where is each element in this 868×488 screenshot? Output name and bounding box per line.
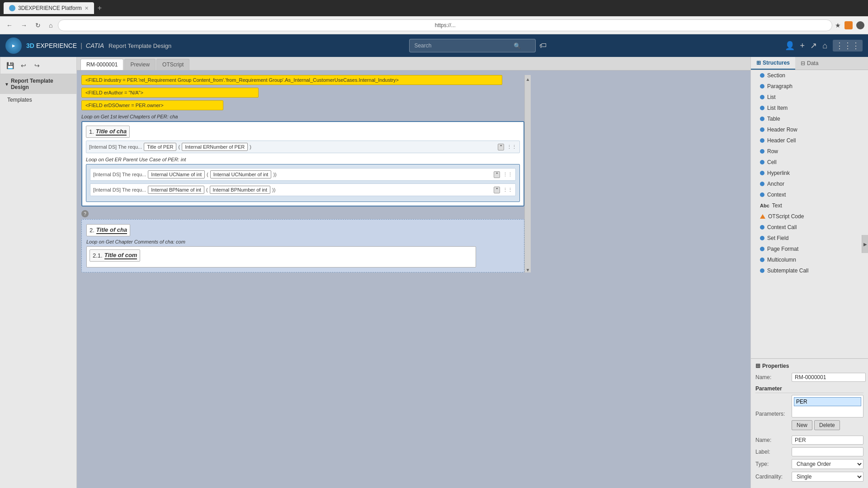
save-button[interactable]: 💾 <box>4 60 16 71</box>
new-tab-button[interactable]: + <box>98 4 102 12</box>
struct-item-anchor[interactable]: Anchor <box>751 178 868 189</box>
cardinality-select[interactable]: Single <box>792 472 863 482</box>
setfield-dot <box>760 236 764 240</box>
more-btn1[interactable]: ⋮⋮ <box>507 144 517 150</box>
refresh-button[interactable]: ↻ <box>33 20 43 31</box>
params-row: Parameters: PER New Delete <box>755 395 863 433</box>
redo-button[interactable]: ↪ <box>31 60 43 71</box>
tab-preview[interactable]: Preview <box>124 59 156 70</box>
panel-collapse-btn[interactable]: ▶ <box>862 235 868 253</box>
cell-dot <box>760 160 764 164</box>
browser-toolbar-icons: ★ <box>835 21 864 29</box>
label-field-input[interactable] <box>792 447 863 456</box>
delete-button[interactable]: Delete <box>814 420 840 430</box>
profile-icon[interactable] <box>856 21 864 29</box>
struct-item-setfield[interactable]: Set Field <box>751 233 868 244</box>
struct-item-text[interactable]: Abc Text <box>751 200 868 211</box>
user-icon[interactable]: 👤 <box>785 41 795 51</box>
tab-structures[interactable]: ⊞ Structures <box>751 57 795 70</box>
canvas-wrapper[interactable]: <FIELD industry = PER.'rel_Requirement G… <box>77 70 750 488</box>
params-container: PER New Delete <box>792 395 863 433</box>
text-label: Text <box>772 202 782 209</box>
struct-item-section[interactable]: Section <box>751 70 868 81</box>
chapter1-box: 1. Title of cha [Internal DS] The requ..… <box>81 121 524 206</box>
search-container: 🔍 <box>409 39 536 52</box>
structure-list: Section Paragraph List List Item Table H… <box>751 70 868 358</box>
home-button[interactable]: ⌂ <box>46 20 55 31</box>
field-dsowner[interactable]: <FIELD erDSOwner = PER.owner> <box>81 100 223 110</box>
struct-item-list[interactable]: List <box>751 92 868 103</box>
field-author[interactable]: <FIELD erAuthor = "N/A"> <box>81 88 259 98</box>
subtemplate-dot <box>760 268 764 273</box>
tab-rm[interactable]: RM-0000001 <box>80 59 123 70</box>
struct-item-cell[interactable]: Cell <box>751 157 868 168</box>
struct-item-hyperlink[interactable]: Hyperlink <box>751 168 868 178</box>
forward-button[interactable]: → <box>18 20 30 31</box>
anchor-label: Anchor <box>767 181 784 187</box>
home-app-icon[interactable]: ⌂ <box>822 41 827 51</box>
tab-otscript[interactable]: OTScript <box>156 59 189 70</box>
struct-item-headercell[interactable]: Header Cell <box>751 135 868 146</box>
sidebar-item-templates[interactable]: Templates <box>0 94 76 106</box>
address-bar[interactable]: https://... <box>58 19 832 31</box>
quote-btn-bp[interactable]: " <box>494 187 500 193</box>
browser-tab-active[interactable]: 3DEXPERIENCE Platform ✕ <box>4 2 94 14</box>
search-input[interactable] <box>414 42 514 49</box>
contextcall-dot <box>760 225 764 230</box>
struct-item-row[interactable]: Row <box>751 146 868 157</box>
field-ucnumber[interactable]: Internal UCNumber of int <box>210 170 272 178</box>
struct-item-context[interactable]: Context <box>751 189 868 200</box>
setfield-label: Set Field <box>767 235 788 241</box>
add-icon[interactable]: + <box>800 41 805 51</box>
app-brand: 3D EXPERIENCE | CATIA <box>26 42 104 49</box>
struct-item-contextcall[interactable]: Context Call <box>751 222 868 233</box>
structures-icon: ⊞ <box>756 60 761 66</box>
quote-btn-uc[interactable]: " <box>494 171 500 178</box>
quote-btn1[interactable]: " <box>498 144 504 150</box>
prop-name-input[interactable] <box>792 373 866 382</box>
scroll-bar-right[interactable]: ▲ ▼ <box>524 75 531 272</box>
back-button[interactable]: ← <box>4 20 15 31</box>
struct-item-multicolumn[interactable]: Multicolumn <box>751 254 868 265</box>
scroll-down-icon[interactable]: ▼ <box>526 267 530 272</box>
name-field-input[interactable] <box>792 436 863 445</box>
extension-icon[interactable] <box>844 21 853 29</box>
struct-item-listitem[interactable]: List Item <box>751 103 868 113</box>
sidebar-header[interactable]: ▼ Report Template Design <box>0 74 76 94</box>
field-ucname[interactable]: Internal UCName of int <box>148 170 205 178</box>
tab-close-btn[interactable]: ✕ <box>85 5 89 11</box>
brand-3d: 3D <box>26 42 34 49</box>
param-item-per[interactable]: PER <box>794 397 861 406</box>
tab-bar: RM-0000001 Preview OTScript <box>77 57 750 70</box>
section-label: Section <box>767 72 785 79</box>
struct-item-subtemplate[interactable]: Subtemplate Call <box>751 265 868 276</box>
struct-item-table[interactable]: Table <box>751 113 868 124</box>
chapter1-num: 1. <box>89 128 94 135</box>
more-btn-uc[interactable]: ⋮⋮ <box>503 172 513 178</box>
field-title-per[interactable]: Title of PER <box>144 143 176 151</box>
share-icon[interactable]: ↗ <box>810 41 817 51</box>
type-select[interactable]: Change Order <box>792 459 863 469</box>
left-sidebar: 💾 ↩ ↪ ▼ Report Template Design Templates <box>0 57 77 488</box>
tab-data[interactable]: ⊟ Data <box>795 57 824 70</box>
field-bpname[interactable]: Internal BPName of int <box>148 186 204 194</box>
undo-button[interactable]: ↩ <box>18 60 29 71</box>
field-er-number[interactable]: Internal ERNumber of PER <box>182 143 248 151</box>
struct-item-otscript[interactable]: OTScript Code <box>751 211 868 222</box>
struct-item-headerrow[interactable]: Header Row <box>751 124 868 135</box>
tag-icon[interactable]: 🏷 <box>539 42 547 50</box>
more-btn-bp[interactable]: ⋮⋮ <box>503 187 513 193</box>
contextcall-label: Context Call <box>767 224 797 230</box>
bookmark-icon[interactable]: ★ <box>835 22 841 29</box>
more-icon[interactable]: ⋮⋮⋮ <box>833 40 863 52</box>
new-button[interactable]: New <box>792 420 812 430</box>
text-abc: Abc <box>760 203 769 208</box>
help-circle[interactable]: ? <box>81 210 89 217</box>
struct-item-pageformat[interactable]: Page Format <box>751 244 868 254</box>
field-bpnumber[interactable]: Internal BPNumber of int <box>210 186 270 194</box>
tab-preview-label: Preview <box>130 61 150 68</box>
field-industry[interactable]: <FIELD industry = PER.'rel_Requirement G… <box>81 75 502 85</box>
struct-item-paragraph[interactable]: Paragraph <box>751 81 868 92</box>
scroll-up-icon[interactable]: ▲ <box>526 77 530 82</box>
chapter2-num: 2. <box>90 227 94 234</box>
